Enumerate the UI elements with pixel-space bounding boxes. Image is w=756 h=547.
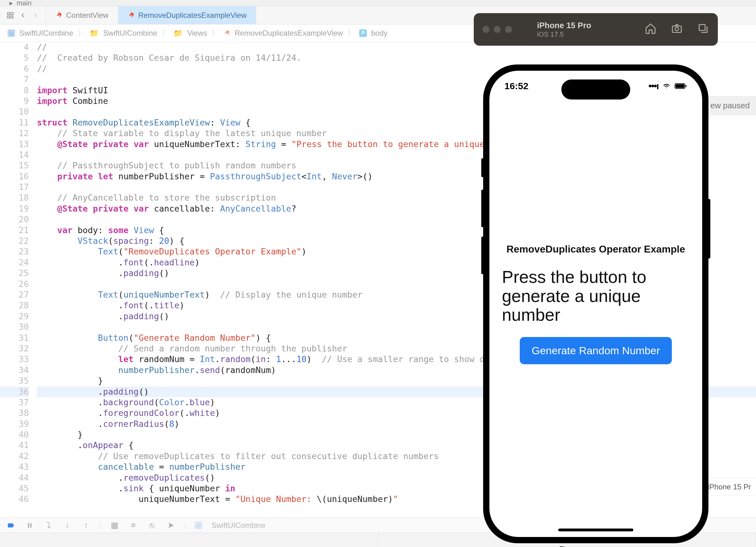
pause-icon[interactable] bbox=[25, 521, 34, 530]
xcode-toolbar: ▸ main bbox=[0, 0, 756, 6]
tab-removeduplicates[interactable]: RemoveDuplicatesExampleView bbox=[118, 6, 256, 24]
svg-rect-4 bbox=[28, 523, 29, 528]
volume-up-button[interactable] bbox=[481, 190, 484, 227]
volume-down-button[interactable] bbox=[481, 237, 484, 274]
debug-scheme-label[interactable]: SwiftUICombine bbox=[212, 521, 265, 530]
screenshot-icon[interactable] bbox=[671, 23, 683, 37]
breadcrumb-project[interactable]: SwiftUICombine bbox=[19, 29, 73, 38]
close-traffic-icon[interactable] bbox=[483, 26, 489, 33]
app-icon: ⌂ bbox=[8, 29, 15, 37]
line-gutter: 4567891011121314151617181920212223242526… bbox=[0, 42, 37, 518]
breadcrumb-file[interactable]: RemoveDuplicatesExampleView bbox=[235, 29, 343, 38]
debug-env-icon[interactable]: ⎋ bbox=[147, 521, 157, 530]
layout-grid-icon[interactable] bbox=[6, 11, 15, 20]
phone-screen[interactable]: 16:52 •••ı RemoveDuplicates Operator Exa… bbox=[489, 71, 702, 537]
home-indicator[interactable] bbox=[558, 529, 633, 531]
svg-rect-8 bbox=[699, 24, 705, 30]
debug-view-icon[interactable]: ▦ bbox=[110, 521, 119, 530]
svg-rect-0 bbox=[8, 13, 10, 15]
external-display-icon[interactable] bbox=[697, 23, 709, 37]
chevron-right-icon: 〉 bbox=[161, 28, 169, 38]
app-message: Press the button to generate a unique nu… bbox=[501, 268, 691, 325]
folder-icon: 📁 bbox=[89, 29, 99, 38]
iphone-frame: 16:52 •••ı RemoveDuplicates Operator Exa… bbox=[483, 64, 708, 543]
breadcrumb-folder[interactable]: Views bbox=[187, 29, 207, 38]
zoom-traffic-icon[interactable] bbox=[505, 26, 512, 33]
sim-device-name: iPhone 15 Pro bbox=[537, 21, 638, 30]
tab-label: ContentView bbox=[66, 11, 109, 20]
chevron-right-icon: 〉 bbox=[347, 28, 355, 38]
variables-view[interactable] bbox=[0, 533, 378, 547]
chevron-right-icon: 〉 bbox=[78, 28, 85, 38]
folder-icon: 📁 bbox=[173, 29, 183, 38]
breakpoint-toggle-icon[interactable] bbox=[6, 521, 16, 530]
mute-switch[interactable] bbox=[481, 158, 484, 177]
sim-os-version: iOS 17.5 bbox=[537, 30, 638, 38]
tab-label: RemoveDuplicatesExampleView bbox=[138, 11, 247, 20]
step-over-icon[interactable]: ⤵ bbox=[44, 521, 53, 530]
debug-location-icon[interactable]: ➤ bbox=[166, 521, 176, 530]
debug-memory-icon[interactable]: ≡ bbox=[129, 521, 138, 530]
step-out-icon[interactable]: ↑ bbox=[81, 521, 91, 530]
app-headline: RemoveDuplicates Operator Example bbox=[507, 243, 685, 255]
svg-rect-5 bbox=[30, 523, 32, 528]
property-icon: P bbox=[359, 29, 367, 37]
svg-point-7 bbox=[675, 27, 678, 31]
app-icon: ⌂ bbox=[195, 522, 202, 529]
simulator-window: iPhone 15 Pro iOS 17.5 16:52 •••ı bbox=[474, 13, 718, 543]
svg-rect-3 bbox=[11, 16, 13, 18]
chevron-right-icon: 〉 bbox=[212, 28, 219, 38]
app-content: RemoveDuplicates Operator Example Press … bbox=[489, 71, 702, 537]
home-icon[interactable] bbox=[645, 23, 656, 37]
generate-button[interactable]: Generate Random Number bbox=[520, 337, 672, 364]
breadcrumb-group[interactable]: SwiftUICombine bbox=[103, 29, 157, 38]
sim-titlebar[interactable]: iPhone 15 Pro iOS 17.5 bbox=[474, 13, 718, 46]
step-into-icon[interactable]: ↓ bbox=[63, 521, 72, 530]
svg-rect-2 bbox=[8, 16, 10, 18]
traffic-lights[interactable] bbox=[483, 26, 512, 33]
minimize-traffic-icon[interactable] bbox=[494, 26, 501, 33]
back-icon[interactable] bbox=[18, 11, 28, 20]
forward-icon bbox=[31, 11, 40, 20]
svg-rect-1 bbox=[11, 13, 13, 15]
tab-contentview[interactable]: ContentView bbox=[46, 6, 118, 24]
side-button[interactable] bbox=[708, 199, 710, 258]
breadcrumb-symbol[interactable]: body bbox=[371, 29, 387, 38]
